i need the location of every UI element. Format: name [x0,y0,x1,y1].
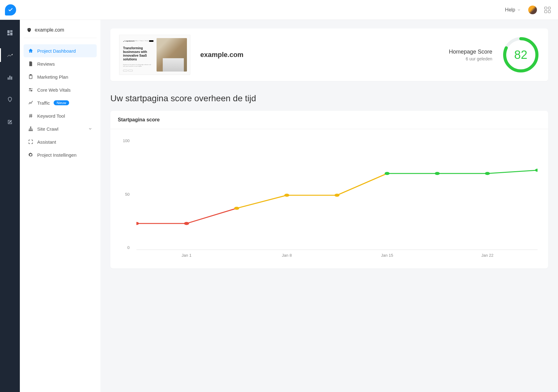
traffic-icon [28,100,33,106]
nav-label: Traffic [37,100,50,106]
svg-point-32 [485,172,490,175]
svg-rect-2 [10,33,12,35]
rail-edit[interactable] [0,115,20,129]
nav-label: Project Dashboard [37,48,76,54]
help-menu[interactable]: Help [505,7,521,13]
sidebar-item-hash[interactable]: Keyword Tool [24,109,97,122]
svg-point-12 [29,130,30,131]
sidebar-item-traffic[interactable]: TrafficNieuw [24,96,97,109]
svg-point-30 [385,172,390,175]
svg-rect-0 [7,30,10,33]
svg-line-24 [487,170,538,174]
chevron-down-icon [88,127,92,131]
nav-label: Assistant [37,139,56,145]
score-label: Homepage Score [449,49,492,55]
score-value: 82 [502,36,539,73]
sliders-icon [28,87,33,93]
svg-rect-1 [10,30,12,32]
section-title: Uw startpagina score overheen de tijd [110,94,548,103]
svg-point-10 [31,90,32,91]
svg-rect-3 [7,34,10,36]
score-meta: Homepage Score 6 uur geleden [449,49,492,61]
sidebar-item-doc[interactable]: Reviews [24,57,97,70]
chart-plot [136,141,538,250]
score-time: 6 uur geleden [449,56,492,61]
sidebar-item-gear[interactable]: Project Instellingen [24,148,97,161]
nav-label: Site Crawl [37,126,58,132]
svg-line-18 [187,208,237,224]
home-icon [28,48,33,54]
score-card: Logoipsum AboutProductPricing Transformi… [110,28,548,81]
badge: Nieuw [54,100,69,105]
svg-point-14 [32,130,33,131]
apps-icon[interactable] [544,7,551,13]
gear-icon [28,152,33,158]
svg-point-28 [284,194,289,197]
sitemap-icon [28,126,33,132]
svg-point-31 [435,172,440,175]
score-site: example.com [200,51,439,59]
svg-point-25 [136,222,139,225]
site-domain: example.com [35,27,64,33]
svg-point-13 [30,130,31,131]
sidebar-item-sitemap[interactable]: Site Crawl [24,122,97,135]
nav-label: Project Instellingen [37,152,77,158]
thumb-title: Transforming businesses with innovative … [123,46,153,61]
svg-point-27 [234,207,239,210]
y-axis: 100500 [118,138,133,250]
nav-label: Reviews [37,61,55,67]
score-domain: example.com [200,51,439,59]
sidebar-item-expand[interactable]: Assistant [24,135,97,148]
site-thumbnail: Logoipsum AboutProductPricing Transformi… [119,35,190,75]
doc-icon [28,61,33,67]
nav-label: Core Web Vitals [37,87,71,93]
svg-line-19 [237,195,287,208]
svg-rect-8 [30,75,32,76]
sidebar: example.com Project DashboardReviewsMark… [20,20,100,277]
svg-point-33 [535,169,538,172]
sidebar-item-home[interactable]: Project Dashboard [24,44,97,57]
rail-leads[interactable] [0,93,20,107]
hash-icon [28,113,33,119]
sidebar-item-clipboard[interactable]: Marketing Plan [24,70,97,83]
icon-rail [0,20,20,277]
nav-label: Keyword Tool [37,113,65,119]
svg-point-29 [334,194,339,197]
nav-label: Marketing Plan [37,74,68,80]
main: Logoipsum AboutProductPricing Transformi… [100,20,558,277]
topbar: Help [0,0,558,20]
x-axis: Jan 1Jan 8Jan 15Jan 22 [136,253,538,262]
help-label: Help [505,7,515,13]
site-header[interactable]: example.com [24,27,97,38]
avatar[interactable] [528,6,537,14]
shield-icon [27,28,32,33]
svg-point-26 [184,222,189,225]
score-ring: 82 [502,36,539,73]
svg-rect-6 [11,76,12,80]
rail-trends[interactable] [0,48,20,62]
chevron-down-icon [517,8,521,12]
brand-logo[interactable] [5,4,16,15]
chart-card: Startpagina score 100500 Jan 1Jan 8Jan 1… [110,111,548,268]
svg-rect-5 [9,76,11,80]
clipboard-icon [28,74,33,80]
rail-dashboard[interactable] [0,26,20,40]
sidebar-item-sliders[interactable]: Core Web Vitals [24,83,97,96]
svg-line-21 [337,173,387,195]
expand-icon [28,139,33,145]
rail-stats[interactable] [0,71,20,84]
chart-header: Startpagina score [110,111,548,129]
chart-area: 100500 Jan 1Jan 8Jan 15Jan 22 [118,138,541,262]
svg-point-9 [29,89,30,89]
svg-point-11 [30,127,31,128]
svg-rect-4 [8,77,9,80]
